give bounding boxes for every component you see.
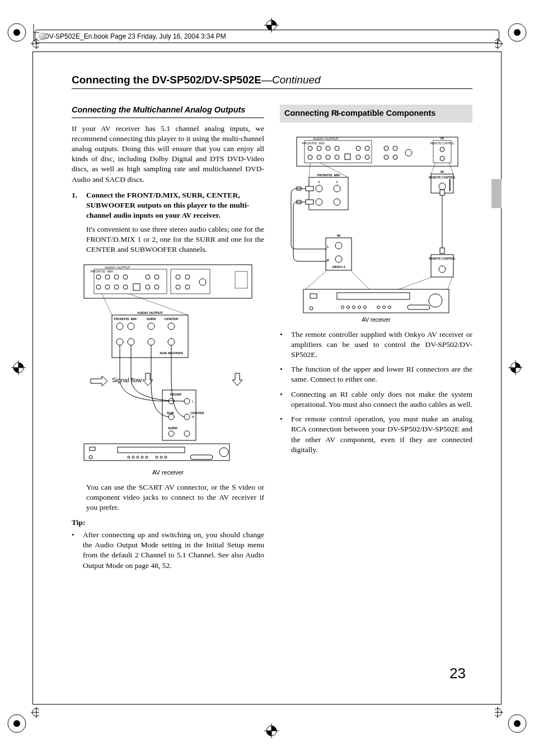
svg-point-108 bbox=[308, 155, 312, 159]
svg-rect-144 bbox=[306, 200, 313, 204]
svg-text:FRONT/D. MIX: FRONT/D. MIX bbox=[114, 317, 137, 321]
svg-text:R: R bbox=[192, 415, 195, 419]
registration-mark-icon bbox=[263, 722, 280, 739]
svg-point-63 bbox=[148, 323, 154, 330]
svg-point-104 bbox=[308, 146, 312, 151]
svg-point-62 bbox=[128, 323, 134, 330]
svg-line-141 bbox=[431, 163, 435, 174]
tip-bullet: After connecting up and switching on, yo… bbox=[72, 530, 264, 571]
svg-text:L: L bbox=[327, 245, 329, 248]
svg-point-92 bbox=[132, 456, 134, 458]
right-bullet-1: The remote controller supplied with Onky… bbox=[280, 330, 472, 360]
svg-point-162 bbox=[310, 307, 313, 310]
svg-line-172 bbox=[306, 270, 327, 289]
svg-rect-87 bbox=[90, 447, 95, 450]
svg-point-155 bbox=[439, 266, 446, 273]
left-after-diagram: You can use the SCART AV connector, or t… bbox=[72, 482, 264, 513]
svg-point-131 bbox=[316, 185, 322, 192]
svg-point-53 bbox=[185, 285, 190, 289]
svg-point-11 bbox=[13, 720, 20, 727]
svg-point-95 bbox=[146, 456, 148, 458]
svg-line-142 bbox=[449, 163, 453, 174]
svg-point-61 bbox=[116, 323, 123, 330]
svg-point-107 bbox=[335, 146, 339, 151]
svg-point-169 bbox=[383, 306, 386, 308]
title-continued: —Continued bbox=[261, 74, 321, 86]
page-content: Connecting the DV-SP502/DV-SP502E—Contin… bbox=[72, 74, 472, 689]
svg-point-119 bbox=[384, 155, 388, 159]
registration-mark-icon bbox=[10, 359, 27, 376]
svg-point-134 bbox=[334, 199, 340, 205]
svg-point-42 bbox=[114, 285, 119, 289]
svg-point-111 bbox=[335, 155, 339, 159]
svg-point-48 bbox=[154, 285, 159, 289]
svg-rect-143 bbox=[306, 186, 313, 191]
svg-point-165 bbox=[353, 306, 355, 308]
svg-rect-112 bbox=[345, 154, 350, 159]
svg-text:2: 2 bbox=[336, 180, 338, 184]
svg-text:CENTER: CENTER bbox=[165, 317, 179, 321]
svg-point-45 bbox=[146, 275, 150, 279]
svg-text:1: 1 bbox=[318, 180, 320, 184]
svg-text:VIDEO 2: VIDEO 2 bbox=[332, 265, 345, 269]
svg-point-118 bbox=[393, 146, 397, 151]
svg-rect-44 bbox=[133, 284, 140, 290]
svg-point-113 bbox=[356, 146, 360, 151]
ri-icon: RI bbox=[331, 109, 339, 118]
svg-point-98 bbox=[165, 456, 167, 458]
svg-text:SURR: SURR bbox=[168, 426, 178, 430]
svg-point-133 bbox=[316, 199, 322, 205]
step-1: 1. Connect the FRONT/D.MIX, SURR, CENTER… bbox=[72, 190, 264, 221]
svg-point-106 bbox=[326, 146, 330, 151]
title-main: Connecting the DV-SP502/DV-SP502E bbox=[72, 74, 261, 86]
svg-line-70 bbox=[102, 294, 112, 315]
svg-point-132 bbox=[334, 185, 340, 192]
svg-point-38 bbox=[114, 275, 119, 279]
svg-point-149 bbox=[335, 256, 342, 262]
svg-point-110 bbox=[326, 155, 330, 159]
svg-point-50 bbox=[176, 275, 180, 279]
svg-point-168 bbox=[377, 306, 380, 308]
svg-text:AUDIO OUTPUT: AUDIO OUTPUT bbox=[137, 311, 163, 314]
svg-text:RI: RI bbox=[441, 170, 444, 173]
svg-point-54 bbox=[199, 279, 206, 285]
svg-point-68 bbox=[168, 339, 175, 345]
svg-point-84 bbox=[168, 431, 174, 436]
multichannel-connection-diagram: AUDIO OUTPUT FRONT/D. MIX bbox=[72, 261, 264, 463]
svg-text:RI: RI bbox=[441, 137, 444, 140]
svg-point-46 bbox=[154, 275, 159, 279]
svg-text:AV receiver: AV receiver bbox=[362, 317, 391, 323]
step-lead: Connect the FRONT/D.MIX, SURR, CENTER, S… bbox=[86, 191, 249, 219]
svg-point-90 bbox=[219, 448, 228, 457]
svg-line-174 bbox=[399, 277, 432, 289]
svg-rect-55 bbox=[235, 271, 247, 288]
svg-text:FRONT/D. MIX: FRONT/D. MIX bbox=[302, 142, 325, 145]
svg-point-47 bbox=[146, 285, 150, 289]
svg-text:L: L bbox=[192, 400, 194, 403]
svg-point-40 bbox=[96, 285, 101, 289]
svg-text:FRONT/D. MIX: FRONT/D. MIX bbox=[91, 270, 114, 273]
svg-rect-49 bbox=[171, 269, 210, 294]
svg-point-93 bbox=[137, 456, 139, 458]
svg-rect-159 bbox=[310, 294, 317, 298]
bookmark-text: DV-SP502E_En.book Page 23 Friday, July 1… bbox=[44, 32, 226, 40]
svg-point-164 bbox=[347, 306, 350, 308]
svg-point-117 bbox=[384, 146, 388, 151]
svg-text:AUDIO OUTPUT: AUDIO OUTPUT bbox=[105, 266, 130, 269]
crop-mark-icon bbox=[6, 707, 39, 740]
svg-rect-127 bbox=[309, 177, 348, 210]
svg-point-6 bbox=[514, 29, 521, 36]
svg-point-167 bbox=[364, 306, 367, 308]
step-number: 1. bbox=[72, 190, 82, 221]
svg-rect-99 bbox=[190, 455, 213, 459]
svg-point-96 bbox=[156, 456, 158, 458]
left-diagram-caption: AV receiver bbox=[72, 468, 264, 477]
svg-point-116 bbox=[365, 155, 369, 159]
svg-text:REMOTE CONTROL: REMOTE CONTROL bbox=[430, 142, 455, 145]
crop-mark-icon bbox=[6, 16, 39, 49]
section-title: Connecting the DV-SP502/DV-SP502E—Contin… bbox=[72, 74, 472, 89]
svg-rect-160 bbox=[337, 293, 410, 299]
svg-point-52 bbox=[176, 285, 180, 289]
svg-point-16 bbox=[514, 720, 521, 727]
svg-point-89 bbox=[89, 456, 92, 459]
